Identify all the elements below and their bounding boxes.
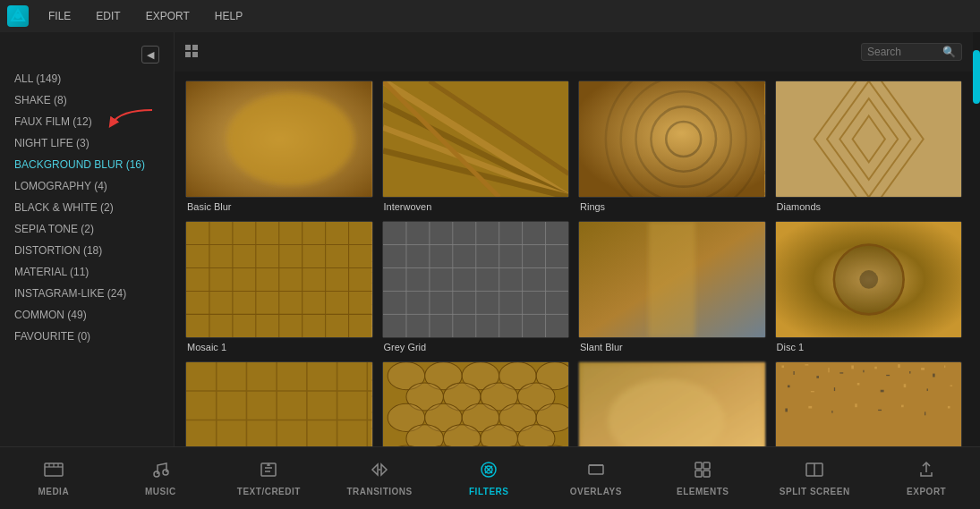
svg-rect-160 xyxy=(703,471,710,477)
svg-rect-103 xyxy=(898,364,900,368)
svg-rect-155 xyxy=(589,465,603,474)
bottom-label-export: EXPORT xyxy=(907,487,946,496)
scrollbar[interactable] xyxy=(973,32,980,446)
svg-rect-4 xyxy=(185,52,191,57)
export-icon xyxy=(916,460,936,483)
bottom-item-export[interactable]: EXPORT xyxy=(891,454,962,502)
app-logo xyxy=(7,5,29,27)
filter-grid: Basic Blur xyxy=(175,72,973,446)
svg-marker-149 xyxy=(381,464,387,475)
filter-thumb-disc1 xyxy=(775,221,963,338)
svg-rect-105 xyxy=(921,368,925,370)
bottom-item-elements[interactable]: ELEMENTS xyxy=(667,454,738,502)
bottom-item-media[interactable]: MEDIA xyxy=(18,454,89,502)
svg-rect-123 xyxy=(947,406,950,409)
svg-rect-99 xyxy=(851,365,854,369)
text-credit-icon xyxy=(259,460,278,483)
filter-card-frosted[interactable]: Frosted xyxy=(578,361,766,446)
svg-rect-158 xyxy=(703,462,710,469)
filter-thumb-diamonds xyxy=(775,81,963,198)
filter-card-diamonds[interactable]: Diamonds xyxy=(775,81,963,212)
bottom-label-split-screen: SPLIT SCREEN xyxy=(780,487,850,496)
transitions-icon xyxy=(369,460,390,483)
sidebar-item-favourite[interactable]: FAVOURITE (0) xyxy=(0,326,174,347)
sidebar-item-black-white[interactable]: BLACK & WHITE (2) xyxy=(0,197,174,218)
svg-rect-94 xyxy=(793,371,794,375)
sidebar-item-distortion[interactable]: DISTORTION (18) xyxy=(0,240,174,261)
svg-rect-113 xyxy=(903,384,906,387)
content-header: 🔍 xyxy=(175,32,973,72)
filter-card-slant-blur[interactable]: Slant Blur xyxy=(578,221,766,352)
scrollbar-thumb[interactable] xyxy=(973,50,980,104)
svg-rect-51 xyxy=(649,222,695,337)
grid-view-icon[interactable] xyxy=(185,45,200,59)
search-input[interactable] xyxy=(867,46,939,58)
main-area: ◀ ALL (149) SHAKE (8) FAUX FILM (12) NIG… xyxy=(0,32,980,446)
svg-rect-118 xyxy=(831,411,832,413)
bottom-item-overlays[interactable]: OVERLAYS xyxy=(560,454,632,502)
filter-card-mosaic-1[interactable]: Mosaic 1 xyxy=(185,221,373,352)
sidebar-item-lomography[interactable]: LOMOGRAPHY (4) xyxy=(0,175,174,197)
filter-card-rings[interactable]: Rings xyxy=(578,81,766,212)
filter-card-disc-1[interactable]: Disc 1 xyxy=(775,221,963,352)
filter-thumb-scales xyxy=(382,361,570,446)
menu-help[interactable]: HELP xyxy=(209,6,248,26)
svg-rect-96 xyxy=(816,376,819,378)
filter-card-scales[interactable]: Scales xyxy=(382,361,570,446)
filter-card-grey-grid[interactable]: Grey Grid xyxy=(382,221,570,352)
svg-rect-109 xyxy=(810,391,814,392)
bottom-item-text-credit[interactable]: TEXT/CREDIT xyxy=(232,454,306,502)
filter-card-static[interactable]: Static xyxy=(775,361,963,446)
filter-label-mosaic-1: Mosaic 1 xyxy=(185,342,373,352)
sidebar-item-sepia-tone[interactable]: SEPIA TONE (2) xyxy=(0,218,174,240)
svg-rect-106 xyxy=(933,373,935,377)
filter-label-disc-1: Disc 1 xyxy=(775,342,963,352)
sidebar-item-background-blur[interactable]: BACKGROUND BLUR (16) xyxy=(0,154,174,175)
sidebar-item-common[interactable]: COMMON (49) xyxy=(0,304,174,326)
menu-export[interactable]: EXPORT xyxy=(141,6,195,26)
filters-icon xyxy=(479,460,499,483)
sidebar-item-night-life[interactable]: NIGHT LIFE (3) xyxy=(0,132,174,154)
svg-point-142 xyxy=(163,470,168,475)
svg-rect-95 xyxy=(805,364,808,365)
menu-edit[interactable]: EDIT xyxy=(90,6,125,26)
bottom-item-transitions[interactable]: TRANSITIONS xyxy=(341,454,417,502)
svg-point-141 xyxy=(154,471,159,477)
filter-label-grey-grid: Grey Grid xyxy=(382,342,570,352)
menu-file[interactable]: FILE xyxy=(43,6,76,26)
overlays-icon xyxy=(586,460,606,483)
filter-card-basic-blur[interactable]: Basic Blur xyxy=(185,81,373,212)
sidebar-item-instagram-like[interactable]: INSTAGRAM-LIKE (24) xyxy=(0,283,174,304)
bottom-item-filters[interactable]: FILTERS xyxy=(453,454,524,502)
sidebar-item-shake[interactable]: SHAKE (8) xyxy=(0,89,174,111)
back-button[interactable]: ◀ xyxy=(141,46,159,64)
svg-rect-122 xyxy=(925,411,925,415)
filter-thumb-interwoven xyxy=(382,81,570,198)
media-icon xyxy=(43,460,64,483)
filter-card-mosaic-2[interactable]: Mosaic 2 xyxy=(185,361,373,446)
sidebar-header: ◀ xyxy=(0,41,174,68)
svg-rect-120 xyxy=(878,410,882,411)
svg-rect-104 xyxy=(909,371,910,374)
svg-point-1 xyxy=(15,13,21,19)
bottom-toolbar: MEDIA MUSIC TEXT/CREDIT xyxy=(0,446,980,509)
sidebar-item-material[interactable]: MATERIAL (11) xyxy=(0,261,174,283)
filter-thumb-slant-blur xyxy=(578,221,766,338)
content-area: 🔍 xyxy=(175,32,973,446)
bottom-item-music[interactable]: MUSIC xyxy=(124,454,196,502)
filter-label-basic-blur: Basic Blur xyxy=(185,201,373,212)
sidebar-item-faux-film[interactable]: FAUX FILM (12) xyxy=(0,111,174,132)
filter-thumb-frosted xyxy=(578,361,766,446)
svg-rect-157 xyxy=(695,462,702,469)
sidebar-item-all[interactable]: ALL (149) xyxy=(0,68,174,89)
bottom-label-music: MUSIC xyxy=(145,487,176,496)
bottom-item-split-screen[interactable]: SPLIT SCREEN xyxy=(774,454,856,502)
bottom-label-filters: FILTERS xyxy=(469,487,508,496)
svg-point-54 xyxy=(859,270,878,289)
filter-card-interwoven[interactable]: Interwoven xyxy=(382,81,570,212)
filter-label-diamonds: Diamonds xyxy=(775,201,963,212)
filter-thumb-rings xyxy=(578,81,766,198)
filter-thumb-mosaic1 xyxy=(185,221,373,338)
svg-point-7 xyxy=(226,93,354,186)
svg-rect-116 xyxy=(785,408,788,411)
